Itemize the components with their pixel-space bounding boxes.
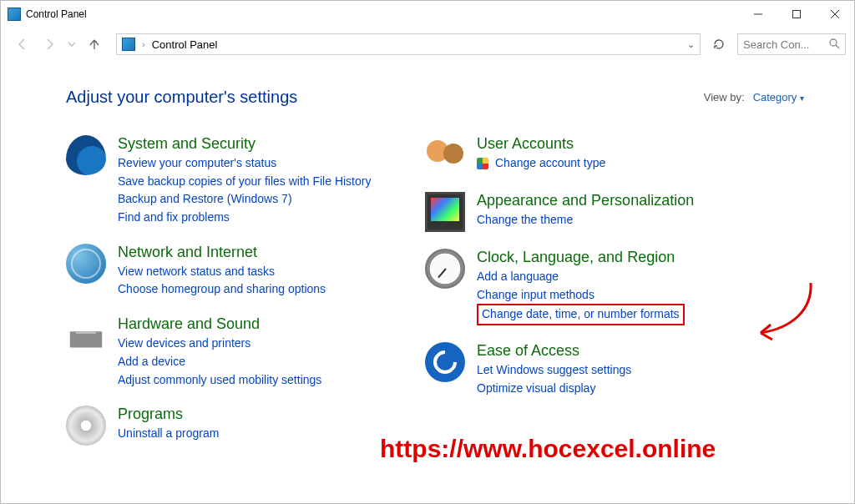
close-button[interactable] <box>816 1 854 28</box>
svg-point-4 <box>830 39 837 46</box>
link-find-fix[interactable]: Find and fix problems <box>118 209 371 227</box>
title-bar: Control Panel <box>1 1 854 28</box>
category-network: Network and Internet View network status… <box>66 244 425 299</box>
breadcrumb[interactable]: Control Panel <box>152 38 218 51</box>
category-title[interactable]: Clock, Language, and Region <box>477 249 685 266</box>
window-controls <box>739 1 854 28</box>
link-suggest-settings[interactable]: Let Windows suggest settings <box>477 361 631 380</box>
chevron-down-icon: ▾ <box>800 93 804 103</box>
link-change-theme[interactable]: Change the theme <box>477 211 694 229</box>
link-add-language[interactable]: Add a language <box>477 268 685 286</box>
arrow-annotation-icon <box>746 280 821 355</box>
ease-of-access-icon[interactable] <box>425 342 465 382</box>
header-row: Adjust your computer's settings View by:… <box>66 88 804 107</box>
link-change-account-type[interactable]: Change account type <box>477 154 605 173</box>
category-title[interactable]: Programs <box>118 406 219 423</box>
left-column: System and Security Review your computer… <box>66 135 425 462</box>
link-review-status[interactable]: Review your computer's status <box>118 154 371 173</box>
link-backup-restore[interactable]: Backup and Restore (Windows 7) <box>118 190 371 209</box>
control-panel-icon <box>8 8 21 21</box>
link-add-device[interactable]: Add a device <box>118 353 321 371</box>
view-by: View by: Category ▾ <box>704 91 804 103</box>
programs-icon[interactable] <box>66 406 106 446</box>
search-input[interactable]: Search Con... <box>737 33 846 55</box>
search-icon <box>828 38 840 52</box>
link-date-time-formats[interactable]: Change date, time, or number formats <box>482 307 680 320</box>
uac-shield-icon <box>477 158 488 169</box>
content-area: Adjust your computer's settings View by:… <box>1 61 854 462</box>
control-panel-icon <box>122 38 135 51</box>
category-columns: System and Security Review your computer… <box>66 135 804 462</box>
svg-line-5 <box>836 45 839 48</box>
chevron-right-icon: › <box>142 39 145 49</box>
globe-icon[interactable] <box>66 244 106 284</box>
category-title[interactable]: Appearance and Personalization <box>477 192 694 209</box>
title-bar-left: Control Panel <box>8 8 87 21</box>
forward-button[interactable] <box>39 34 59 54</box>
category-title[interactable]: Network and Internet <box>118 244 326 261</box>
printer-icon[interactable] <box>66 315 106 355</box>
link-devices-printers[interactable]: View devices and printers <box>118 335 321 353</box>
link-uninstall[interactable]: Uninstall a program <box>118 425 219 443</box>
shield-icon[interactable] <box>66 135 106 175</box>
monitor-icon[interactable] <box>425 192 465 232</box>
address-bar[interactable]: › Control Panel ⌄ <box>116 33 701 55</box>
window-title: Control Panel <box>26 8 87 20</box>
category-user-accounts: User Accounts Change account type <box>425 135 804 175</box>
page-title: Adjust your computer's settings <box>66 88 297 107</box>
watermark-url: https://www.hocexcel.online <box>380 435 716 463</box>
minimize-button[interactable] <box>739 1 777 28</box>
category-title[interactable]: Hardware and Sound <box>118 315 321 333</box>
view-by-label: View by: <box>704 91 745 103</box>
category-title[interactable]: Ease of Access <box>477 342 631 360</box>
view-by-dropdown[interactable]: Category ▾ <box>753 91 804 103</box>
search-placeholder: Search Con... <box>743 38 810 51</box>
link-input-methods[interactable]: Change input methods <box>477 286 685 305</box>
link-homegroup[interactable]: Choose homegroup and sharing options <box>118 280 326 299</box>
recent-button[interactable] <box>66 34 78 54</box>
category-title[interactable]: System and Security <box>118 135 371 153</box>
users-icon[interactable] <box>425 135 465 175</box>
refresh-button[interactable] <box>707 33 731 55</box>
highlight-annotation: Change date, time, or number formats <box>477 304 685 325</box>
clock-icon[interactable] <box>425 249 465 289</box>
back-button[interactable] <box>13 34 33 54</box>
svg-rect-1 <box>793 10 801 18</box>
nav-bar: › Control Panel ⌄ Search Con... <box>1 28 854 61</box>
chevron-down-icon[interactable]: ⌄ <box>687 39 695 50</box>
category-programs: Programs Uninstall a program <box>66 406 425 446</box>
link-mobility[interactable]: Adjust commonly used mobility settings <box>118 371 321 390</box>
category-hardware: Hardware and Sound View devices and prin… <box>66 315 425 389</box>
link-optimize-display[interactable]: Optimize visual display <box>477 380 631 398</box>
category-title[interactable]: User Accounts <box>477 135 605 153</box>
link-file-history[interactable]: Save backup copies of your files with Fi… <box>118 173 371 191</box>
category-appearance: Appearance and Personalization Change th… <box>425 192 804 232</box>
up-button[interactable] <box>84 34 104 54</box>
maximize-button[interactable] <box>777 1 816 28</box>
category-system-security: System and Security Review your computer… <box>66 135 425 227</box>
link-network-status[interactable]: View network status and tasks <box>118 263 326 281</box>
